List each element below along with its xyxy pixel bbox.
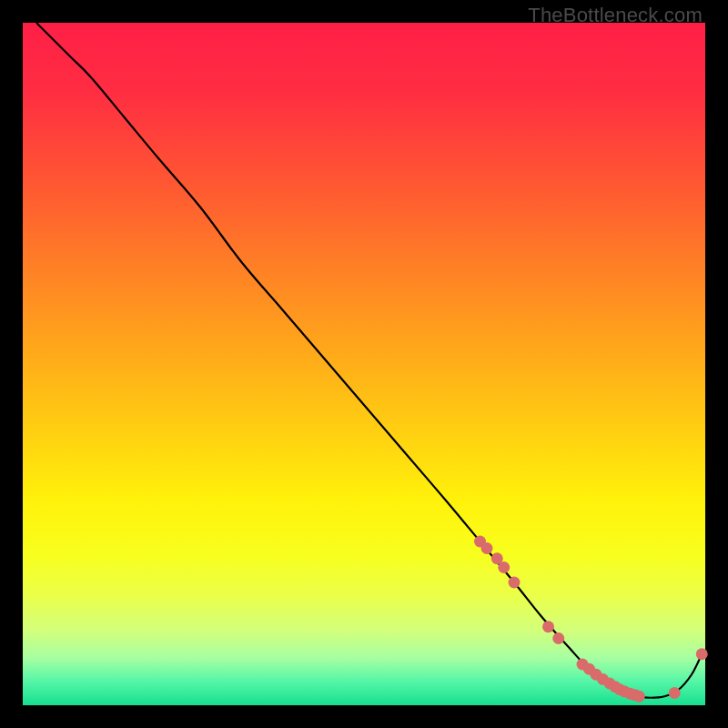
data-marker <box>542 621 554 632</box>
bottleneck-curve <box>36 23 702 698</box>
data-marker <box>696 648 708 660</box>
marker-group <box>474 536 708 703</box>
data-marker <box>633 691 645 703</box>
data-marker <box>552 632 564 644</box>
watermark-text: TheBottleneck.com <box>528 4 703 27</box>
data-marker <box>498 561 510 573</box>
chart-frame <box>23 23 705 705</box>
data-marker <box>481 542 493 554</box>
chart-plot <box>23 23 705 705</box>
data-marker <box>509 577 521 589</box>
data-marker <box>669 687 681 699</box>
